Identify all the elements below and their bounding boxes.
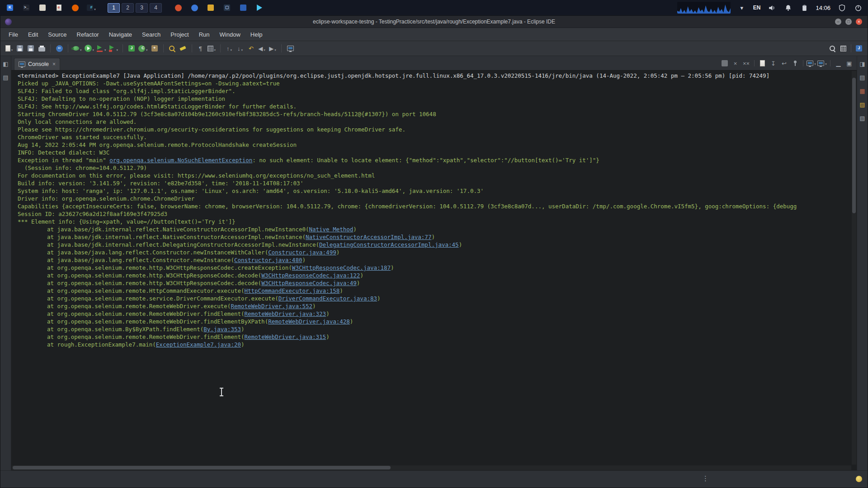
element-table-button[interactable]: ▾ [207,43,217,54]
new-java-package-button[interactable]: + [150,43,160,54]
menu-navigate[interactable]: Navigate [104,30,137,39]
maximize-view-button[interactable]: ▣ [844,59,854,68]
codetogether-button[interactable]: ‹› [54,43,64,54]
stacktrace-link[interactable]: W3CHttpResponseCodec.java:122 [261,272,360,279]
remove-all-launches-button[interactable]: ×× [741,59,751,68]
next-annotation-button[interactable]: ↓▾ [235,43,245,54]
run-external-tools-button[interactable]: ▾ [108,43,119,54]
word-wrap-button[interactable]: ↩ [779,59,789,68]
minimized-view-red-icon[interactable]: ▦ [859,87,867,95]
stacktrace-link[interactable]: NativeConstructorAccessorImpl.java:77 [306,234,431,240]
app-dark-window-icon[interactable]: ▢ [222,2,232,13]
open-type-button[interactable] [167,43,177,54]
restore-view-icon[interactable]: ▤ [2,73,10,81]
stacktrace-link[interactable]: W3CHttpResponseCodec.java:187 [292,264,391,271]
stacktrace-link[interactable]: DelegatingConstructorAccessorImpl.java:4… [319,241,459,248]
app-yellow-icon[interactable] [205,2,216,13]
coverage-button[interactable]: ▾ [96,43,107,54]
stacktrace-link[interactable]: Constructor.java:499 [268,249,336,256]
save-button[interactable] [15,43,25,54]
lock-shield-icon[interactable] [836,2,847,13]
minimize-button[interactable]: – [835,19,841,25]
stacktrace-link[interactable]: RemoteWebDriver.java:428 [268,318,350,325]
keyboard-layout-indicator[interactable]: EN [753,5,761,11]
terminal-icon[interactable]: >_ [21,2,32,13]
stacktrace-link[interactable]: HttpCommandExecutor.java:158 [245,287,340,294]
clipboard-icon[interactable] [799,2,810,13]
remove-launch-button[interactable]: × [731,59,740,68]
run-button[interactable]: ▾ [84,43,95,54]
stacktrace-link[interactable]: Native Method [309,226,353,233]
horizontal-scrollbar-thumb[interactable] [13,466,391,469]
stacktrace-link[interactable]: Constructor.java:480 [234,257,302,263]
pin-console-button[interactable] [790,59,800,68]
previous-annotation-button[interactable]: ↑▾ [224,43,234,54]
search-icon[interactable] [827,43,837,54]
workspace-button-4[interactable]: 4 [150,3,162,13]
stacktrace-link[interactable]: DriverCommandExecutor.java:83 [278,295,377,302]
vertical-scrollbar[interactable] [852,71,856,465]
vertical-scrollbar-thumb[interactable] [852,78,856,213]
minimized-view-grey-icon[interactable]: ▧ [859,114,867,122]
power-icon[interactable] [853,2,863,13]
menu-run[interactable]: Run [194,30,214,39]
horizontal-scrollbar[interactable] [12,465,851,470]
back-button[interactable]: ◀▾ [257,43,267,54]
debug-button[interactable]: ▾ [72,43,83,54]
menu-refactor[interactable]: Refactor [72,30,104,39]
kali-menu-icon[interactable]: K [5,2,15,13]
search-marker-button[interactable] [178,43,188,54]
stacktrace-link[interactable]: RemoteWebDriver.java:323 [245,310,326,317]
stacktrace-link[interactable]: W3CHttpResponseCodec.java:49 [261,280,357,286]
close-icon[interactable]: × [52,61,56,67]
stacktrace-link[interactable]: RemoteWebDriver.java:315 [245,333,326,340]
restore-package-explorer-icon[interactable]: ◧ [2,60,10,68]
statusbar-overflow-icon[interactable]: ⋮ [702,474,709,483]
stacktrace-link[interactable]: RemoteWebDriver.java:552 [231,303,312,310]
java-perspective-button[interactable]: J [854,43,864,54]
app-blue-circle-icon[interactable] [189,2,200,13]
volume-icon[interactable] [766,2,777,13]
stacktrace-link[interactable]: ExceptionExample7.java:20 [156,341,241,348]
scroll-lock-button[interactable]: ↧ [769,59,778,68]
minimized-view-gold-icon[interactable]: ▨ [859,100,867,108]
close-button[interactable]: × [856,19,862,25]
chevron-down-icon[interactable]: ▾ [736,2,747,13]
workspace-button-3[interactable]: 3 [136,3,148,13]
menu-file[interactable]: File [4,30,23,39]
forward-button[interactable]: ▶▾ [268,43,278,54]
terminal-session-icon[interactable]: #▾ [86,2,97,13]
print-button[interactable] [37,43,47,54]
clock[interactable]: 14:06 [816,5,830,11]
text-editor-icon[interactable]: e [53,2,64,13]
menu-window[interactable]: Window [215,30,245,39]
console-output-area[interactable]: <terminated> ExceptionExample7 [Java App… [11,70,857,470]
notification-bulb-icon[interactable] [856,476,862,482]
new-wizard-button[interactable]: ▾ [4,43,14,54]
app-red-circle-icon[interactable] [173,2,184,13]
console-icon[interactable] [19,61,25,67]
titlebar[interactable]: eclipse-workspace-testng - TestingPracti… [0,16,868,28]
show-whitespace-button[interactable]: ¶ [196,43,206,54]
minimize-view-button[interactable]: ▁ [834,59,843,68]
clear-console-button[interactable] [758,59,767,68]
app-cyan-icon[interactable] [254,2,265,13]
restore-outline-icon[interactable]: ◨ [859,60,867,68]
file-manager-icon[interactable] [37,2,48,13]
menu-edit[interactable]: Edit [24,30,42,39]
terminate-button[interactable] [720,59,729,68]
workspace-button-1[interactable]: 1 [108,3,120,13]
stacktrace-link[interactable]: org.openqa.selenium.NoSuchElementExcepti… [109,157,252,164]
minimized-view-icon[interactable]: ▤ [859,73,867,81]
stacktrace-link[interactable]: By.java:353 [203,326,241,333]
tab-console[interactable]: Console × [14,58,60,70]
open-new-window-button[interactable] [285,43,295,54]
menu-help[interactable]: Help [246,30,267,39]
menu-project[interactable]: Project [166,30,193,39]
last-edit-location-button[interactable]: ↶ [246,43,256,54]
maximize-button[interactable]: □ [845,19,852,25]
workspace-button-2[interactable]: 2 [122,3,134,13]
open-perspective-button[interactable] [838,43,848,54]
firefox-icon[interactable] [70,2,80,13]
open-console-button[interactable]: ▾ [817,59,827,68]
